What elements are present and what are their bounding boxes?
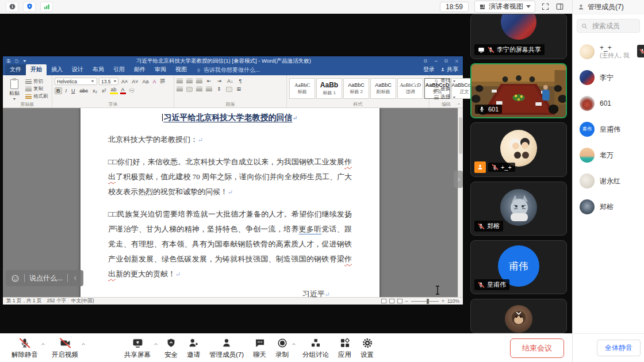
zoom-out-icon[interactable]: − [405,298,408,304]
copy-button[interactable]: 复制 [25,86,48,93]
shrink-font-icon[interactable]: A˅ [131,79,139,84]
grow-font-icon[interactable]: A˄ [120,79,129,84]
print-layout-icon[interactable] [389,299,394,303]
view-mode-selector[interactable]: 演讲者视图 [474,1,535,13]
underline-button[interactable]: U [70,88,76,94]
phonetic-guide-icon[interactable]: 拼 [159,78,167,85]
strikethrough-button[interactable]: abc [79,88,90,94]
align-left-icon[interactable] [177,87,183,92]
zoom-in-icon[interactable]: + [442,298,444,304]
video-panel-collapse-handle[interactable] [454,171,463,188]
tab-layout[interactable]: 布局 [88,64,109,75]
tab-references[interactable]: 引用 [109,64,129,75]
list-item[interactable]: +_+ (主持人, 我 [573,38,644,64]
tab-mailings[interactable]: 邮件 [129,64,150,75]
list-item[interactable]: 老万 [573,142,644,168]
style-emphasis[interactable]: AaBbCcD强调 [397,78,423,99]
font-color-button[interactable]: A [120,87,126,94]
enclose-characters-icon[interactable]: ㊀ [128,87,136,94]
sort-icon[interactable]: A↓ [226,78,235,84]
replace-button[interactable]: 替换 [434,86,457,93]
change-case-icon[interactable]: Aa [141,79,150,84]
end-meeting-button[interactable]: 结束会议 [510,338,564,358]
video-options-chevron[interactable] [80,341,86,347]
fullscreen-button[interactable] [541,2,550,11]
style-title[interactable]: AaBbC标题 [289,78,315,99]
video-thumbnail-host[interactable]: +_+ [470,122,567,177]
font-name-select[interactable]: Helvetica [55,78,97,85]
line-spacing-icon[interactable]: ⇕ [216,86,223,92]
share-screen-button[interactable]: 共享屏幕 [120,337,155,359]
word-count[interactable]: 252 个字 [47,298,66,305]
apps-button[interactable]: 应用 [334,337,356,359]
scroll-more-chevron-icon[interactable] [514,309,523,318]
share-options-chevron[interactable] [153,341,159,347]
chat-quick-bar[interactable]: 说点什么... [6,270,83,286]
undo-icon[interactable] [14,59,19,63]
italic-button[interactable]: I [64,88,68,94]
zoom-slider-thumb[interactable] [427,299,429,304]
style-heading2[interactable]: AaBbC标题 2 [343,78,369,99]
security-button[interactable]: 安全 [160,337,182,359]
tab-review[interactable]: 审阅 [150,64,171,75]
clear-format-icon[interactable]: A [152,79,158,84]
shading-icon[interactable] [226,87,232,92]
minimize-button[interactable] [431,57,441,65]
zoom-level[interactable]: 110% [447,298,459,304]
network-signal-icon[interactable] [40,2,53,12]
document-page[interactable]: 习近平给北京科技大学老教授的回信↵ 北京科技大学的老教授们：↵ □□你们好，来信… [80,108,379,297]
decrease-indent-icon[interactable]: ⇤ [206,78,213,84]
security-shield-icon[interactable] [23,2,36,12]
video-thumbnail-lining-share[interactable]: 李宁的屏幕共享 [470,14,567,59]
quick-access-caret-icon[interactable] [23,60,26,62]
borders-icon[interactable]: ⊞ [236,86,243,92]
format-painter-button[interactable]: 格式刷 [25,93,48,100]
share-button[interactable]: 共享 [440,66,458,74]
bold-button[interactable]: B [55,87,62,94]
start-video-button[interactable]: 开启视频 [47,337,83,359]
list-item[interactable]: 谢永红 [573,168,644,194]
increase-indent-icon[interactable]: ⇥ [216,78,223,84]
mute-all-button[interactable]: 全体静音 [597,340,641,356]
web-layout-icon[interactable] [397,299,402,303]
signin-button[interactable]: 登录 [423,66,435,74]
subscript-button[interactable]: x₂ [91,88,98,94]
video-thumbnail-more[interactable] [470,299,567,333]
video-thumbnail-601-active[interactable]: 601 [470,63,567,118]
video-thumbnail-huangfuwei[interactable]: 甫伟 皇甫伟 [470,240,567,294]
tab-home[interactable]: 开始 [26,64,47,75]
justify-icon[interactable] [206,87,212,92]
paste-button[interactable]: 粘贴 [5,77,24,101]
tell-me-box[interactable]: 告诉我你想要做什么... [196,66,260,75]
tab-design[interactable]: 设计 [67,64,88,75]
record-button[interactable]: 录制 [271,337,293,359]
style-subtitle[interactable]: AaBbC副标题 [370,78,396,99]
participant-search-box[interactable] [577,19,640,33]
collapse-ribbon-icon[interactable] [457,102,461,106]
save-icon[interactable] [6,59,11,63]
align-right-icon[interactable] [196,87,202,92]
video-thumbnail-zhengrong[interactable]: 郑榕 [470,182,567,236]
bullets-icon[interactable] [177,79,183,84]
invite-button[interactable]: 邀请 [182,337,205,359]
list-item[interactable]: 甫伟 皇甫伟 [573,116,644,142]
record-options-chevron[interactable] [291,341,297,347]
zoom-slider[interactable] [411,301,439,302]
list-item[interactable]: 李宁 [573,64,644,90]
settings-button[interactable]: 设置 [356,337,378,359]
list-item[interactable]: 郑榕 [573,194,644,219]
sidebar-toggle-button[interactable] [555,2,564,11]
collapse-chat-icon[interactable] [72,275,78,281]
font-size-select[interactable]: 13.5 [99,78,118,85]
find-button[interactable]: 查找 [434,78,457,84]
multilevel-list-icon[interactable] [196,79,202,84]
chat-button[interactable]: 聊天 [248,337,271,359]
meeting-info-icon[interactable] [6,2,18,12]
pilcrow-icon[interactable]: ¶ [238,78,243,84]
numbering-icon[interactable] [186,79,193,84]
document-scrollbar[interactable] [458,108,463,297]
list-item[interactable]: 601 [573,90,644,116]
highlight-color-button[interactable]: ab [110,87,118,94]
breakout-rooms-button[interactable]: 分组讨论 [298,337,334,359]
scrollbar-thumb[interactable] [459,117,462,154]
